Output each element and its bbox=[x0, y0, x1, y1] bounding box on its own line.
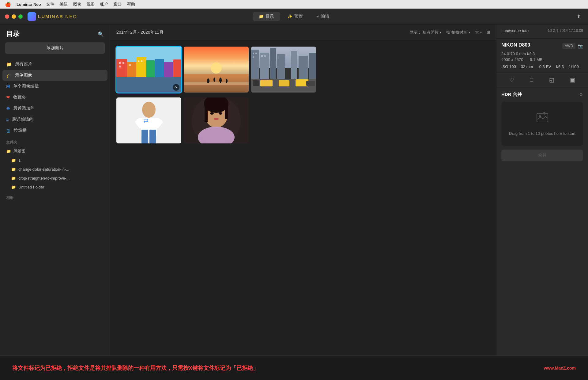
sidebar-item-favorites-label: 收藏夹 bbox=[13, 95, 26, 100]
hdr-settings-icon[interactable]: ⚙ bbox=[579, 92, 583, 97]
svg-rect-42 bbox=[306, 81, 315, 86]
svg-rect-8 bbox=[173, 59, 181, 77]
sidebar-item-recently-edited[interactable]: ≡ 最近编辑的 bbox=[2, 114, 107, 125]
sidebar-item-favorites[interactable]: ❤ 收藏夹 bbox=[2, 92, 107, 103]
photo-woman-white[interactable]: ⇄ bbox=[116, 97, 181, 143]
folder-1-icon: 📁 bbox=[11, 158, 16, 163]
folder-change-color[interactable]: 📁 change-color-saturation-in-... bbox=[2, 165, 107, 174]
folder-landscape[interactable]: 📁 风景图 bbox=[2, 146, 107, 156]
sidebar-title: 目录 bbox=[6, 29, 20, 39]
add-photos-button[interactable]: 添加照片 bbox=[5, 42, 105, 54]
svg-rect-10 bbox=[123, 62, 124, 64]
action-2[interactable]: □ bbox=[530, 77, 533, 83]
menu-image[interactable]: 图像 bbox=[73, 2, 81, 7]
examples-icon: 🎓 bbox=[6, 73, 12, 78]
menu-file[interactable]: 文件 bbox=[46, 2, 54, 7]
hdr-section: HDR 合并 ⚙ Drag from 1 to 10 photos here t… bbox=[496, 87, 588, 380]
menu-help[interactable]: 帮助 bbox=[127, 2, 135, 7]
edit-overlay-icon: ⇄ bbox=[143, 117, 149, 124]
panel-info-row: Landscape tuto 10 2月 2014 17:18:09 bbox=[501, 28, 583, 33]
aperture-value: f/6.3 bbox=[556, 64, 564, 69]
ev-value: -0.3 EV bbox=[538, 64, 551, 69]
svg-rect-58 bbox=[537, 113, 548, 122]
album-label: 相册 bbox=[0, 192, 110, 202]
catalog-icon: 📁 bbox=[259, 14, 264, 19]
sort-chevron: ▾ bbox=[469, 31, 470, 34]
menu-account[interactable]: 账户 bbox=[100, 2, 108, 7]
size-label: 大 bbox=[475, 30, 479, 35]
svg-rect-12 bbox=[129, 64, 131, 66]
favorite-action[interactable]: ♡ bbox=[509, 77, 514, 83]
folder-1[interactable]: 📁 1 bbox=[2, 156, 107, 165]
sidebar-item-all-photos-label: 所有照片 bbox=[15, 62, 32, 67]
svg-rect-38 bbox=[260, 80, 273, 86]
sidebar-item-examples[interactable]: 🎓 示例图像 bbox=[2, 70, 107, 81]
sidebar-header: 目录 🔍 bbox=[0, 29, 110, 42]
title-tabs: 📁 目录 ✨ 预置 ≡ 编辑 bbox=[253, 12, 335, 21]
menu-window[interactable]: 窗口 bbox=[114, 2, 122, 7]
sort-control[interactable]: 按 拍摄时间 ▾ bbox=[446, 30, 470, 35]
sidebar-item-single-edit[interactable]: ⊞ 单个图像编辑 bbox=[2, 81, 107, 92]
sunset-beach-image bbox=[184, 47, 249, 93]
svg-point-56 bbox=[219, 112, 222, 115]
folder-untitled[interactable]: 📁 Untitled Folder bbox=[2, 183, 107, 192]
fullscreen-button[interactable] bbox=[18, 14, 23, 19]
panel-datetime: 10 2月 2014 17:18:09 bbox=[548, 28, 583, 33]
hdr-title: HDR 合并 bbox=[501, 92, 522, 97]
sort-label: 按 拍摄时间 bbox=[446, 30, 467, 35]
photo-row-2: ⇄ bbox=[116, 97, 490, 143]
tab-presets[interactable]: ✨ 预置 bbox=[281, 12, 309, 21]
trash-icon: 🗑 bbox=[6, 128, 11, 133]
svg-point-57 bbox=[214, 118, 219, 120]
close-button[interactable] bbox=[5, 14, 9, 19]
sidebar-nav: 📁 所有照片 🎓 示例图像 ⊞ 单个图像编辑 ❤ 收藏夹 ⊕ 最近添加的 bbox=[0, 59, 110, 136]
tab-edit[interactable]: ≡ 编辑 bbox=[310, 12, 335, 21]
window-controls bbox=[5, 14, 23, 19]
photo-sunset-beach[interactable] bbox=[184, 47, 249, 93]
folder-change-color-icon: 📁 bbox=[11, 167, 16, 172]
sidebar-item-all-photos[interactable]: 📁 所有照片 bbox=[2, 59, 107, 70]
apple-menu[interactable]: 🍎 bbox=[5, 2, 11, 7]
hdr-drop-icon bbox=[536, 111, 549, 127]
svg-rect-47 bbox=[149, 130, 156, 143]
menu-view[interactable]: 视图 bbox=[87, 2, 95, 7]
merge-button[interactable]: 合并 bbox=[501, 150, 583, 161]
folders-label: 文件夹 bbox=[0, 136, 110, 146]
svg-rect-19 bbox=[184, 82, 249, 85]
display-control[interactable]: 显示： 所有照片 ▾ bbox=[409, 30, 441, 35]
woman-white-image bbox=[116, 97, 181, 143]
tab-catalog[interactable]: 📁 目录 bbox=[253, 12, 280, 21]
bottom-bar: 将文件标记为已拒绝，拒绝文件是将其排队删除的一种有用方法，只需按X键将文件标记为… bbox=[0, 355, 588, 380]
camera-icon[interactable]: 📷 bbox=[578, 44, 583, 48]
action-3[interactable]: ◱ bbox=[549, 77, 554, 83]
logo-icon bbox=[28, 12, 36, 21]
search-icon[interactable]: 🔍 bbox=[98, 31, 104, 37]
menu-app-name[interactable]: Luminar Neo bbox=[17, 2, 41, 7]
folder-change-color-label: change-color-saturation-in-... bbox=[18, 167, 69, 172]
minimize-button[interactable] bbox=[12, 14, 16, 19]
photo-woman-portrait[interactable] bbox=[184, 97, 249, 143]
svg-rect-13 bbox=[138, 60, 139, 62]
reject-badge[interactable]: ✕ bbox=[173, 84, 179, 91]
svg-point-17 bbox=[211, 63, 222, 74]
share-button[interactable]: ⬆ bbox=[574, 12, 583, 21]
svg-point-22 bbox=[219, 78, 222, 83]
svg-point-23 bbox=[226, 79, 228, 83]
menu-edit[interactable]: 编辑 bbox=[60, 2, 68, 7]
photo-city-street[interactable] bbox=[251, 47, 316, 93]
sidebar-item-recently-added[interactable]: ⊕ 最近添加的 bbox=[2, 103, 107, 114]
folder-1-label: 1 bbox=[18, 158, 21, 163]
sidebar-item-trash[interactable]: 🗑 垃圾桶 bbox=[2, 125, 107, 136]
hdr-drop-text: Drag from 1 to 10 photos here to start bbox=[509, 131, 575, 137]
hdr-drop-zone[interactable]: Drag from 1 to 10 photos here to start bbox=[501, 102, 583, 146]
folder-crop[interactable]: 📁 crop-straighten-to-improve-... bbox=[2, 174, 107, 183]
svg-rect-7 bbox=[164, 62, 173, 77]
photo-colorful-houses[interactable]: ✕ bbox=[116, 47, 181, 93]
camera-lens: 24.0-70.0 mm f/2.8 bbox=[501, 51, 583, 56]
titlebar-right: ⬆ bbox=[574, 12, 583, 21]
svg-rect-52 bbox=[205, 104, 208, 122]
app-logo: LUMINAR NEO bbox=[28, 12, 77, 21]
layout-control[interactable]: ⊞ bbox=[487, 30, 490, 35]
action-4[interactable]: ▣ bbox=[570, 77, 575, 83]
size-control[interactable]: 大 ▾ bbox=[475, 30, 482, 35]
